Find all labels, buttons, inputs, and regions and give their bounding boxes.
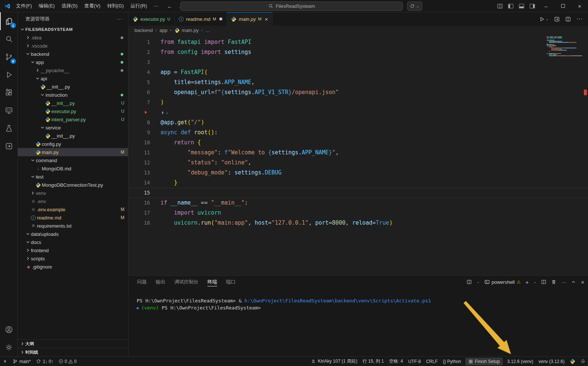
- tree-item[interactable]: __init__.pyU: [18, 99, 128, 107]
- status-item-python-interpreter[interactable]: 3.12.6 (venv): [505, 357, 536, 366]
- titlebar-run-widget[interactable]: ⌄: [407, 1, 422, 11]
- trash-icon[interactable]: [551, 279, 556, 285]
- tree-item[interactable]: .env: [18, 197, 128, 205]
- editor-action-icon[interactable]: [554, 16, 560, 22]
- run-python-file-button[interactable]: ⌄: [539, 16, 549, 22]
- tree-item[interactable]: frontend: [18, 246, 128, 254]
- editor-tab[interactable]: main.pyM×: [227, 12, 272, 26]
- sidebar-more-actions[interactable]: ···: [117, 16, 123, 22]
- panel-tab[interactable]: 调试控制台: [174, 276, 198, 288]
- tree-item[interactable]: venv: [18, 189, 128, 197]
- panel-tab[interactable]: 端口: [226, 276, 236, 288]
- tree-item[interactable]: .idea: [18, 33, 128, 42]
- code-line[interactable]: 17 import uvicorn: [128, 208, 588, 218]
- tree-item[interactable]: app: [18, 58, 128, 66]
- status-item-git-sync[interactable]: 1↓ 0↑: [34, 357, 56, 366]
- search-view-icon[interactable]: [0, 30, 18, 48]
- panel-tab[interactable]: 问题: [137, 276, 147, 288]
- command-center-search[interactable]: FilesReadSysteam: [180, 1, 403, 11]
- explorer-icon[interactable]: 1: [0, 12, 18, 30]
- status-item-cursor-position[interactable]: 行 15, 列 1: [360, 357, 386, 366]
- tree-item[interactable]: main.pyM: [18, 148, 128, 156]
- tab-close-icon[interactable]: ×: [265, 16, 268, 22]
- code-line[interactable]: 8@app.get("/"): [128, 118, 588, 128]
- maximize-panel-icon[interactable]: [571, 279, 576, 285]
- minimize-button[interactable]: –: [538, 0, 554, 12]
- toggle-primary-sidebar-icon[interactable]: [505, 0, 516, 12]
- tree-item[interactable]: __init__.py: [18, 83, 128, 91]
- code-line[interactable]: 7): [128, 97, 588, 107]
- tree-item[interactable]: docs: [18, 238, 128, 246]
- code-line[interactable]: 16if __name__ == "__main__":: [128, 198, 588, 208]
- status-item-notifications[interactable]: [578, 357, 588, 366]
- testing-icon[interactable]: [0, 119, 18, 137]
- code-line[interactable]: 12 "status": "online",: [128, 158, 588, 168]
- maximize-button[interactable]: [554, 0, 571, 12]
- code-line[interactable]: 18 uvicorn.run("main:app", host="127.0.0…: [128, 218, 588, 228]
- tree-item[interactable]: intent_parser.pyU: [18, 115, 128, 123]
- code-line[interactable]: 14 }: [128, 178, 588, 188]
- tree-item[interactable]: .vscode: [18, 42, 128, 50]
- tree-item[interactable]: instruction: [18, 91, 128, 99]
- breadcrumb-item[interactable]: app: [159, 28, 168, 33]
- split-terminal-icon[interactable]: [467, 279, 472, 285]
- menu-item[interactable]: 文件(F): [13, 0, 35, 12]
- panel-more-icon[interactable]: ···: [561, 279, 566, 285]
- code-line[interactable]: 10 return {: [128, 138, 588, 148]
- tree-item[interactable]: ↓MongoDB.md: [18, 164, 128, 173]
- status-item-git-branch[interactable]: main*: [10, 357, 34, 366]
- tree-item[interactable]: executor.pyU: [18, 107, 128, 115]
- extension-view-icon[interactable]: [0, 137, 18, 155]
- tree-item[interactable]: .env.exampleM: [18, 205, 128, 214]
- breadcrumb-item[interactable]: backend: [134, 28, 153, 33]
- status-item-indentation[interactable]: 空格: 4: [387, 357, 406, 366]
- status-item-python-env[interactable]: venv (3.12.6): [536, 357, 567, 366]
- toggle-panel-icon[interactable]: [516, 0, 527, 12]
- tree-item[interactable]: command: [18, 156, 128, 164]
- tree-root-row[interactable]: FILESREADSYSTEAM: [18, 25, 128, 33]
- menu-item[interactable]: 编辑(E): [35, 0, 58, 12]
- run-debug-icon[interactable]: [0, 66, 18, 84]
- tree-item[interactable]: test: [18, 173, 128, 181]
- code-line[interactable]: 9async def root():: [128, 128, 588, 138]
- status-item-remote-indicator[interactable]: [0, 357, 10, 366]
- account-icon[interactable]: [0, 321, 18, 338]
- close-panel-icon[interactable]: ×: [581, 279, 584, 285]
- status-item-encoding[interactable]: UTF-8: [406, 357, 423, 366]
- code-line[interactable]: 2from config import settings: [128, 47, 588, 57]
- terminal[interactable]: PS H:\OwnProject\FilesReadSysteam> & h:\…: [128, 288, 588, 312]
- tree-item[interactable]: api: [18, 74, 128, 83]
- settings-gear-icon[interactable]: [0, 338, 18, 356]
- chevron-down-icon[interactable]: ⌄: [534, 280, 537, 284]
- panel-tab[interactable]: 输出: [156, 276, 165, 288]
- tree-item[interactable]: MongoDBConnectionTest.py: [18, 181, 128, 189]
- status-item-language-mode[interactable]: {} Python: [440, 357, 464, 366]
- menu-item[interactable]: 选择(S): [58, 0, 81, 12]
- terminal-shell-item[interactable]: powershell ⚠: [484, 279, 521, 285]
- sidebar-section-时间线[interactable]: 时间线: [18, 348, 128, 356]
- code-line[interactable]: 11 "message": f"Welcome to {settings.APP…: [128, 148, 588, 158]
- sidebar-section-大纲[interactable]: 大纲: [18, 339, 128, 348]
- tree-item[interactable]: __pycache__: [18, 66, 128, 74]
- tree-item[interactable]: __init__.py: [18, 132, 128, 140]
- back-button[interactable]: ←: [167, 3, 172, 9]
- remote-explorer-icon[interactable]: [0, 102, 18, 119]
- code-line[interactable]: 4app = FastAPI(: [128, 67, 588, 77]
- code-line[interactable]: 13 "debug_mode": settings.DEBUG: [128, 168, 588, 178]
- code-editor[interactable]: 1from fastapi import FastAPI2from config…: [128, 35, 588, 275]
- menu-item[interactable]: 运行(R): [127, 0, 150, 12]
- new-terminal-icon[interactable]: +: [525, 279, 529, 285]
- menu-item[interactable]: 转到(G): [104, 0, 127, 12]
- editor-tab[interactable]: ireadme.mdM: [175, 12, 227, 26]
- code-line[interactable]: 6 openapi_url=f"{settings.API_V1_STR}/op…: [128, 87, 588, 97]
- overview-ruler[interactable]: [583, 35, 588, 275]
- tree-item[interactable]: service: [18, 123, 128, 132]
- tree-item[interactable]: ◆.gitignore: [18, 263, 128, 271]
- minimap[interactable]: [547, 36, 582, 57]
- tree-item[interactable]: config.py: [18, 140, 128, 148]
- breadcrumb-item[interactable]: main.py: [174, 28, 199, 33]
- status-item-python-logo[interactable]: [567, 357, 578, 366]
- code-line[interactable]: 1from fastapi import FastAPI: [128, 37, 588, 47]
- split-editor-icon[interactable]: [565, 16, 571, 22]
- tree-item[interactable]: scripts: [18, 254, 128, 263]
